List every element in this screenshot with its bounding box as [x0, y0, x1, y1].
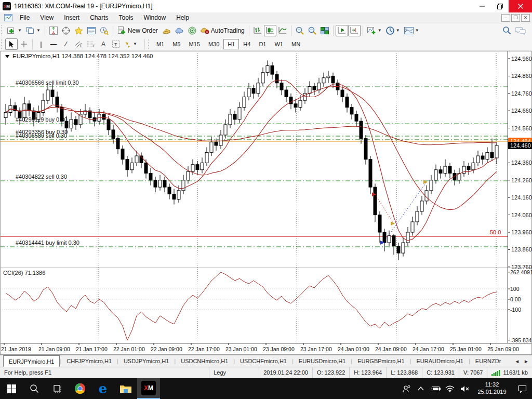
candlestick-mode-button[interactable]	[264, 25, 276, 36]
symbol-tab-EURAUDmicro[interactable]: EURAUDmicro,H1	[411, 356, 468, 367]
new-order-button[interactable]: New Order	[115, 25, 160, 36]
new-chart-button[interactable]: ▼	[5, 25, 24, 36]
data-window-button[interactable]	[60, 25, 72, 36]
start-button[interactable]	[0, 378, 23, 399]
bar-chart-mode-button[interactable]	[251, 25, 264, 36]
text-tool-button[interactable]: A	[97, 38, 110, 50]
cursor-tool-button[interactable]	[5, 38, 18, 50]
depth-of-market-button[interactable]	[160, 25, 173, 36]
fibonacci-tool-button[interactable]: F	[85, 38, 97, 50]
svg-text:24 Jan 09:00: 24 Jan 09:00	[375, 346, 407, 352]
edge-taskbar-icon[interactable]: e	[91, 378, 114, 399]
channel-tool-button[interactable]: E	[72, 38, 85, 50]
price-chart-canvas[interactable]: #40306566 sell limit 0.30#40296119 buy 0…	[0, 51, 532, 355]
timeframe-M1[interactable]: M1	[152, 39, 168, 49]
symbol-tab-EURNZDr[interactable]: EURNZDr	[470, 356, 507, 367]
menu-item-insert[interactable]: Insert	[59, 12, 85, 23]
menu-item-window[interactable]: Window	[139, 12, 171, 23]
menu-item-file[interactable]: File	[15, 12, 35, 23]
chrome-taskbar-icon[interactable]	[69, 378, 91, 399]
file-explorer-taskbar-icon[interactable]	[114, 378, 137, 399]
menu-item-tools[interactable]: Tools	[114, 12, 139, 23]
profiles-button[interactable]: ▼	[24, 25, 43, 36]
indicators-button[interactable]: ▼	[365, 25, 384, 36]
toolbar-grip[interactable]	[1, 39, 4, 49]
battery-icon[interactable]	[428, 378, 443, 399]
close-button[interactable]	[509, 0, 532, 12]
trendline-tool-button[interactable]: ∕	[60, 38, 72, 50]
status-open: O: 123.922	[312, 367, 349, 379]
mdi-close-button[interactable]: ✕	[521, 14, 530, 22]
chevron-down-icon: ▼	[18, 28, 22, 33]
svg-text:24 Jan 01:00: 24 Jan 01:00	[338, 346, 369, 352]
action-center-icon[interactable]	[512, 378, 532, 399]
timeframe-M5[interactable]: M5	[168, 39, 184, 49]
restore-button[interactable]	[491, 0, 509, 12]
minimize-button[interactable]	[473, 0, 491, 12]
symbol-tab-EURGBPmicro[interactable]: EURGBPmicro,H1	[352, 356, 409, 367]
text-label-tool-button[interactable]: T	[110, 38, 122, 50]
tray-chevron-up-icon[interactable]	[414, 378, 428, 399]
volume-muted-icon[interactable]	[457, 378, 472, 399]
autotrading-label: AutoTrading	[211, 27, 245, 34]
crosshair-tool-button[interactable]	[18, 38, 30, 50]
status-datetime: 2019.01.24 22:00	[259, 367, 312, 379]
navigator-button[interactable]	[72, 25, 85, 36]
toolbar-grip[interactable]	[148, 39, 151, 49]
terminal-button[interactable]	[85, 25, 98, 36]
symbol-tab-USDCHFmicro[interactable]: USDCHFmicro,H1	[235, 356, 292, 367]
menu-item-help[interactable]: Help	[171, 12, 194, 23]
strategy-tester-button[interactable]	[98, 25, 111, 36]
search-button[interactable]	[500, 25, 513, 36]
chart-shift-button[interactable]	[348, 25, 361, 36]
market-watch-button[interactable]	[47, 25, 60, 36]
zoom-in-button[interactable]	[294, 25, 306, 36]
symbol-tab-CHFJPYmicro[interactable]: CHFJPYmicro,H1	[61, 356, 117, 367]
taskbar-search-button[interactable]	[23, 378, 46, 399]
tabs-scroll-left-icon[interactable]: ◄	[514, 358, 520, 364]
svg-text:21 Jan 17:00: 21 Jan 17:00	[76, 346, 108, 352]
xm-logo: XM	[141, 381, 156, 395]
timeframe-W1[interactable]: W1	[270, 39, 287, 49]
mdi-minimize-button[interactable]: –	[501, 14, 510, 22]
timeframe-H1[interactable]: H1	[223, 39, 239, 49]
wifi-icon[interactable]	[443, 378, 457, 399]
chat-button[interactable]	[513, 25, 528, 36]
templates-button[interactable]: ▼	[402, 25, 421, 36]
arrows-tool-button[interactable]: ▼	[122, 38, 139, 50]
horizontal-line-tool-button[interactable]: —	[47, 38, 60, 50]
folder-icon	[119, 383, 132, 394]
tile-windows-button[interactable]	[318, 25, 331, 36]
svg-text:-395.8344: -395.8344	[510, 337, 532, 343]
status-volume: V: 7067	[459, 367, 487, 379]
task-view-button[interactable]	[46, 378, 69, 399]
chevron-down-icon: ▼	[36, 28, 41, 33]
timeframe-M15[interactable]: M15	[184, 39, 204, 49]
symbol-tab-USDCNHmicro[interactable]: USDCNHmicro,H1	[176, 356, 233, 367]
line-chart-mode-button[interactable]	[276, 25, 289, 36]
people-icon[interactable]	[399, 378, 414, 399]
mt4-taskbar-icon[interactable]: XM	[137, 378, 160, 399]
symbol-tab-USDJPYmicro[interactable]: USDJPYmicro,H1	[118, 356, 174, 367]
timeframe-D1[interactable]: D1	[255, 39, 270, 49]
symbol-tab-EURJPYmicro[interactable]: EURJPYmicro,H1	[3, 355, 60, 367]
line-studies-toolbar: | — ∕ E F A T ▼ M1M5M15M30H1H4D1W1MN	[0, 37, 532, 51]
toolbar-grip[interactable]	[1, 25, 4, 36]
zoom-out-button[interactable]	[306, 25, 318, 36]
timeframe-MN[interactable]: MN	[287, 39, 304, 49]
mdi-restore-button[interactable]: ❐	[511, 14, 520, 22]
mql5-community-button[interactable]	[173, 25, 186, 36]
menu-item-charts[interactable]: Charts	[85, 12, 113, 23]
menu-item-view[interactable]: View	[35, 12, 59, 23]
taskbar-clock[interactable]: 11:32 25.01.2019	[472, 381, 512, 396]
periods-button[interactable]: ▼	[384, 25, 402, 36]
timeframe-M30[interactable]: M30	[204, 39, 223, 49]
tabs-scroll-right-icon[interactable]: ►	[524, 358, 529, 364]
timeframe-H4[interactable]: H4	[239, 39, 255, 49]
vertical-line-tool-button[interactable]: |	[35, 38, 47, 50]
signals-button[interactable]	[186, 25, 198, 36]
status-help-text: For Help, press F1	[0, 367, 209, 379]
symbol-tab-EURUSDmicro[interactable]: EURUSDmicro,H1	[294, 356, 351, 367]
autotrading-button[interactable]: AutoTrading	[198, 25, 247, 36]
auto-scroll-button[interactable]	[336, 25, 348, 36]
